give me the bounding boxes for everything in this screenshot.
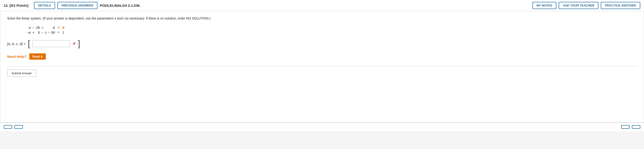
problem-number: 12. [0/1 Points] (4, 3, 32, 7)
content-area: Solve the linear system. (If your answer… (0, 11, 644, 123)
previous-answers-button[interactable]: PREVIOUS ANSWERS (58, 2, 98, 9)
answer-label: [a, b, c, d] = (7, 42, 26, 46)
eq2-equals: = (56, 30, 62, 35)
bracket-left: [ (28, 39, 30, 48)
eq1-d: d (44, 25, 56, 30)
answer-input[interactable] (32, 40, 70, 47)
bottom-btn-2[interactable] (14, 125, 23, 129)
top-bar: 12. [0/1 Points] DETAILS PREVIOUS ANSWER… (0, 0, 644, 11)
eq1-a: a (26, 25, 32, 30)
eq1-rhs: 8 (62, 25, 65, 30)
practice-another-button[interactable]: PRACTICE ANOTHER (601, 2, 640, 9)
bottom-bar (0, 123, 644, 131)
eq2-op2: − (41, 30, 44, 35)
answer-row: [a, b, c, d] = [ ✕ ] (7, 39, 637, 48)
eq2-neg-a: −a (26, 30, 32, 35)
my-notes-button[interactable]: MY NOTES (532, 2, 556, 9)
eq2-op1: + (32, 30, 35, 35)
clear-icon[interactable]: ✕ (72, 41, 76, 46)
bottom-btn-1[interactable] (4, 125, 12, 129)
eq2-rhs: 1 (62, 30, 65, 35)
read-it-button[interactable]: Read It (29, 53, 46, 60)
bottom-btn-3[interactable] (621, 125, 630, 129)
eq1-op1: − (32, 25, 35, 30)
eq1-equals: = (56, 25, 62, 30)
bottom-btn-4[interactable] (632, 125, 640, 129)
need-help-label: Need Help? (7, 55, 26, 58)
bottom-spacer (25, 125, 619, 129)
submit-answer-button[interactable]: Submit Answer (7, 70, 36, 77)
equation-1: a − 2b + d = 8 (26, 25, 65, 30)
details-button[interactable]: DETAILS (34, 2, 55, 9)
equation-block: a − 2b + d = 8 −a + b − c − 3d = 1 (26, 25, 65, 35)
right-buttons: MY NOTES ASK YOUR TEACHER PRACTICE ANOTH… (532, 2, 640, 9)
eq1-op2: + (41, 25, 44, 30)
ask-teacher-button[interactable]: ASK YOUR TEACHER (559, 2, 598, 9)
eq1-2b: 2b (35, 25, 41, 30)
problem-id: POOLELINALG4 2.1.036. (100, 3, 140, 7)
bracket-right: ] (78, 39, 80, 48)
equation-2: −a + b − c − 3d = 1 (26, 30, 65, 35)
need-help-row: Need Help? Read It (7, 53, 637, 60)
eq2-c-3d: c − 3d (44, 30, 56, 35)
eq2-b: b (35, 30, 41, 35)
problem-instruction: Solve the linear system. (If your answer… (7, 16, 637, 21)
divider (7, 66, 637, 66)
